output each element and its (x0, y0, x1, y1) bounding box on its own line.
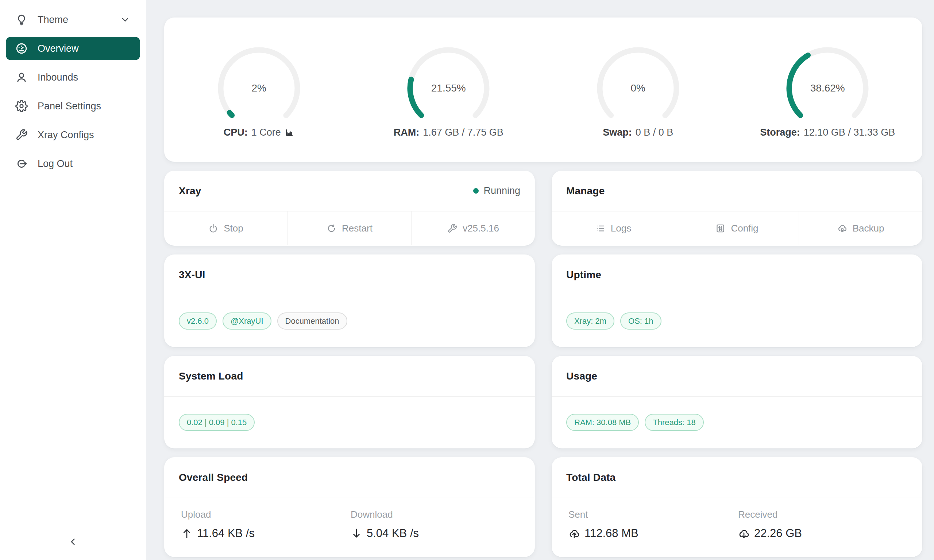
chevron-left-icon (67, 536, 79, 548)
uptime-card: Uptime Xray: 2m OS: 1h (552, 254, 922, 347)
received-metric: Received 22.26 GB (738, 509, 908, 540)
sidebar-item-inbounds[interactable]: Inbounds (6, 66, 140, 89)
download-label: Download (351, 509, 520, 520)
storage-label: Storage: 12.10 GB / 31.33 GB (760, 127, 895, 138)
gauge-cpu: 2% CPU: 1 Core (164, 17, 354, 162)
documentation-tag[interactable]: Documentation (277, 312, 347, 329)
user-icon (15, 71, 28, 83)
xray-uptime-tag: Xray: 2m (566, 312, 614, 329)
version-tag[interactable]: v2.6.0 (179, 312, 217, 329)
arrow-up-icon (181, 528, 193, 539)
lightbulb-icon (15, 14, 28, 26)
gauge-swap: 0% Swap: 0 B / 0 B (543, 17, 733, 162)
sidebar-item-label: Theme (38, 14, 68, 26)
cloud-upload-icon (569, 528, 580, 539)
sidebar-item-theme[interactable]: Theme (6, 8, 140, 31)
upload-label: Upload (181, 509, 351, 520)
config-button[interactable]: Config (675, 211, 798, 245)
total-data-title: Total Data (566, 472, 615, 483)
xray-card-title: Xray (179, 185, 201, 197)
upload-metric: Upload 11.64 KB /s (181, 509, 351, 540)
running-status-label: Running (483, 185, 520, 197)
upload-value: 11.64 KB /s (197, 527, 255, 540)
wrench-icon (15, 129, 28, 141)
chevron-down-icon (120, 14, 131, 25)
download-value: 5.04 KB /s (367, 527, 419, 540)
wrench-icon (447, 223, 457, 233)
logout-icon (15, 157, 28, 170)
sidebar-item-label: Log Out (38, 158, 72, 169)
dashboard-gauge-icon (15, 42, 28, 55)
usage-card-title: Usage (566, 371, 597, 382)
system-stats-card: 2% CPU: 1 Core 21.55% (164, 17, 922, 162)
sent-metric: Sent 112.68 MB (569, 509, 738, 540)
ram-percent: 21.55% (431, 82, 466, 94)
cloud-download-icon (738, 528, 750, 539)
manage-card-title: Manage (566, 185, 604, 197)
cloud-backup-icon (837, 223, 847, 233)
running-status-dot (473, 188, 479, 194)
xray-card: Xray Running Stop (164, 171, 535, 246)
total-data-card: Total Data Sent 112.68 MB Received (552, 457, 922, 557)
overall-speed-card: Overall Speed Upload 11.64 KB /s Downloa… (164, 457, 535, 557)
os-uptime-tag: OS: 1h (620, 312, 661, 329)
manage-card: Manage Logs (552, 171, 922, 246)
usage-card: Usage RAM: 30.08 MB Threads: 18 (552, 356, 922, 448)
gear-icon (15, 100, 28, 112)
sidebar-footer (6, 533, 140, 551)
xray-status-badge: Running (473, 185, 520, 197)
restart-icon (327, 223, 336, 233)
load-average-tag: 0.02 | 0.09 | 0.15 (179, 414, 255, 431)
received-label: Received (738, 509, 908, 520)
xray-restart-button[interactable]: Restart (288, 211, 411, 245)
ram-label: RAM: 1.67 GB / 7.75 GB (394, 127, 504, 138)
uptime-card-title: Uptime (566, 269, 601, 281)
sidebar-item-label: Overview (38, 43, 79, 54)
sidebar-item-panel-settings[interactable]: Panel Settings (6, 94, 140, 118)
xui-card-title: 3X-UI (179, 269, 205, 281)
list-icon (595, 223, 605, 233)
cpu-label: CPU: 1 Core (223, 127, 294, 138)
ram-usage-tag: RAM: 30.08 MB (566, 414, 639, 431)
sidebar-collapse-button[interactable] (64, 533, 82, 551)
download-metric: Download 5.04 KB /s (351, 509, 520, 540)
swap-label: Swap: 0 B / 0 B (603, 127, 673, 138)
arrow-down-icon (351, 528, 362, 539)
sidebar-item-overview[interactable]: Overview (6, 37, 140, 60)
gauge-storage: 38.62% Storage: 12.10 GB / 31.33 GB (733, 17, 923, 162)
threads-tag: Threads: 18 (645, 414, 703, 431)
xui-card: 3X-UI v2.6.0 @XrayUI Documentation (164, 254, 535, 347)
xray-version-button[interactable]: v25.5.16 (411, 211, 535, 245)
sidebar-item-label: Xray Configs (38, 129, 94, 141)
sent-value: 112.68 MB (584, 527, 638, 540)
area-chart-icon[interactable] (285, 128, 294, 137)
received-value: 22.26 GB (754, 527, 802, 540)
power-icon (208, 223, 218, 233)
storage-percent: 38.62% (810, 82, 845, 94)
main-content: 2% CPU: 1 Core 21.55% (146, 0, 934, 560)
logs-button[interactable]: Logs (552, 211, 675, 245)
backup-button[interactable]: Backup (798, 211, 922, 245)
swap-percent: 0% (631, 82, 646, 94)
system-load-card-title: System Load (179, 371, 243, 382)
sent-label: Sent (569, 509, 738, 520)
sliders-icon (715, 223, 725, 233)
overall-speed-title: Overall Speed (179, 472, 248, 483)
xray-stop-button[interactable]: Stop (164, 211, 288, 245)
gauge-ram: 21.55% RAM: 1.67 GB / 7.75 GB (354, 17, 544, 162)
cpu-percent: 2% (252, 82, 266, 94)
telegram-tag[interactable]: @XrayUI (223, 312, 271, 329)
sidebar-item-log-out[interactable]: Log Out (6, 152, 140, 175)
sidebar-item-xray-configs[interactable]: Xray Configs (6, 123, 140, 146)
sidebar-item-label: Inbounds (38, 72, 78, 83)
system-load-card: System Load 0.02 | 0.09 | 0.15 (164, 356, 535, 448)
sidebar-item-label: Panel Settings (38, 101, 101, 112)
sidebar: Theme Overview Inbounds Panel Settings (0, 0, 146, 560)
